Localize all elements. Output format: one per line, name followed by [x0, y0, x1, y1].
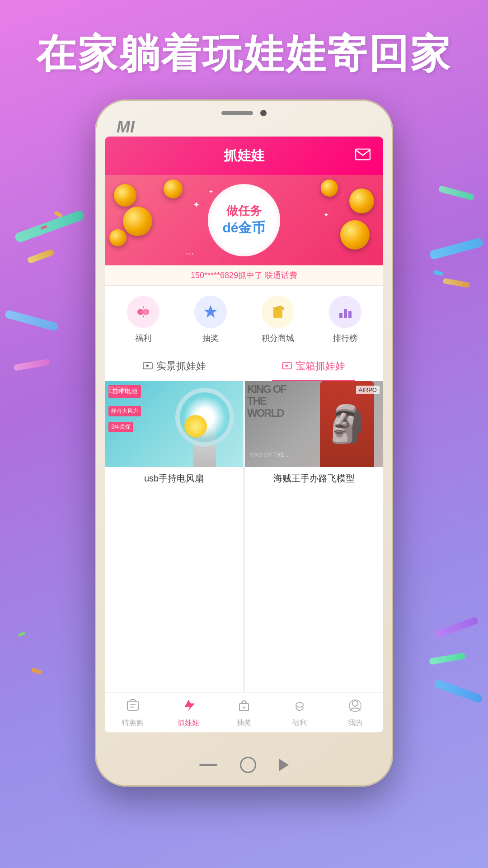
bg-decoration-8	[434, 616, 479, 638]
svg-rect-7	[344, 309, 347, 318]
fan-head	[175, 388, 234, 447]
page-title: 在家躺着玩娃娃寄回家	[0, 27, 488, 81]
phone-btn-home[interactable]	[240, 757, 256, 773]
notification-bar: 150*****6829抓中了 联通话费	[105, 265, 383, 286]
welfare-icon-bg: ♀	[127, 296, 160, 328]
product-image-figure: KING OFTHEWORLD 🗿 AIRPO KING OF THE...	[245, 381, 383, 467]
nav-item-profile[interactable]: 我的	[328, 699, 383, 728]
rank-icon-bg	[329, 296, 361, 328]
phone-bottom-nav	[199, 757, 289, 773]
coin-6	[340, 220, 370, 250]
lottery-label: 抽奖	[202, 333, 219, 344]
phone-btn-menu[interactable]	[199, 764, 217, 766]
figure-text-bottom: KING OF THE...	[249, 452, 288, 458]
phone-screen: 抓娃娃 ✦ ✦ •	[105, 137, 383, 732]
nav-icon-welfare-nav	[293, 699, 306, 716]
bg-decoration-6	[429, 237, 483, 260]
bg-decoration-4	[13, 359, 50, 371]
quick-action-lottery[interactable]: 抽奖	[177, 296, 244, 344]
product-card-figure[interactable]: KING OFTHEWORLD 🗿 AIRPO KING OF THE... 海…	[245, 381, 383, 692]
brand-text: BSK	[108, 385, 127, 395]
banner-text2: dé金币	[222, 219, 265, 237]
quick-action-welfare[interactable]: ♀ 福利	[109, 296, 177, 344]
confetti-1	[54, 211, 63, 218]
quick-action-rank[interactable]: 排行榜	[311, 296, 379, 344]
bg-decoration-1	[14, 209, 85, 243]
product-badge-sub2: 2年质保	[108, 422, 133, 432]
figure-emoji: 🗿	[324, 403, 370, 445]
bg-decoration-9	[429, 652, 465, 665]
real-scene-icon	[143, 361, 153, 372]
svg-rect-6	[339, 313, 343, 318]
coin-2	[123, 207, 152, 236]
quick-action-shop[interactable]: 积分商城	[244, 296, 311, 344]
sparkle-1: ✦	[193, 200, 200, 210]
coin-1	[114, 184, 136, 207]
nav-item-deals[interactable]: 特惠购	[105, 699, 160, 728]
sparkle-4: ✦	[324, 211, 329, 218]
bg-decoration-10	[434, 679, 483, 704]
phone-speaker	[221, 111, 253, 115]
product-label-figure: 海贼王手办路飞模型	[245, 467, 383, 490]
bottom-nav: 特惠购 抓娃娃	[105, 692, 383, 732]
shop-label: 积分商城	[262, 333, 294, 344]
confetti-4	[18, 632, 25, 637]
airport-sign: AIRPO	[356, 386, 380, 394]
lottery-icon-bg	[194, 296, 227, 328]
svg-marker-10	[146, 364, 150, 367]
bg-decoration-3	[5, 310, 59, 331]
product-label-fan: usb手持电风扇	[105, 467, 243, 490]
nav-item-welfare[interactable]: 福利	[272, 699, 328, 728]
svg-point-21	[352, 701, 358, 706]
product-badge-sub1: 静音大风力	[108, 406, 141, 416]
phone-shell: MI 抓娃娃 ✦	[95, 99, 393, 787]
rank-label: 排行榜	[333, 333, 357, 344]
bg-decoration-7	[442, 278, 470, 288]
app-header-title: 抓娃娃	[224, 146, 264, 165]
svg-text:♀: ♀	[141, 310, 145, 315]
banner-circle: 做任务 dé金币	[208, 184, 280, 256]
coin-4	[109, 229, 127, 246]
shop-icon-bg	[262, 296, 294, 328]
banner-text1: 做任务	[226, 203, 262, 219]
svg-rect-8	[348, 311, 352, 318]
notification-text: 150*****6829抓中了 联通话费	[191, 271, 297, 280]
nav-label-welfare: 福利	[292, 718, 307, 728]
confetti-3	[433, 270, 443, 276]
svg-marker-4	[204, 305, 217, 318]
nav-icon-profile	[348, 699, 362, 716]
tab-treasure-box[interactable]: 宝箱抓娃娃	[244, 351, 383, 381]
nav-label-deals: 特惠购	[122, 718, 144, 728]
svg-rect-5	[273, 310, 282, 318]
mail-icon[interactable]	[355, 148, 371, 163]
product-card-fan[interactable]: 自带电池 静音大风力 2年质保 BSK usb手持电风扇	[105, 381, 243, 692]
sparkle-2: ✦	[209, 189, 213, 195]
mi-logo: MI	[117, 118, 135, 137]
nav-label-grab: 抓娃娃	[178, 718, 199, 728]
nav-item-lottery[interactable]: 抽奖	[216, 699, 272, 728]
welfare-label: 福利	[135, 333, 151, 344]
confetti-5	[31, 668, 42, 675]
banner[interactable]: ✦ ✦ • ✦ • • • 做任务 dé金币	[105, 175, 383, 265]
svg-rect-0	[356, 149, 370, 160]
treasure-box-icon	[282, 361, 292, 372]
nav-icon-lottery-nav	[237, 699, 251, 716]
bg-decoration-2	[27, 249, 54, 264]
bg-text: KING OFTHEWORLD	[247, 383, 286, 419]
app-header: 抓娃娃	[105, 137, 383, 175]
svg-marker-12	[286, 364, 289, 367]
nav-icon-grab	[182, 699, 195, 716]
nav-icon-deals	[126, 699, 140, 716]
products-grid: 自带电池 静音大风力 2年质保 BSK usb手持电风扇 KING OFTHEW…	[105, 381, 383, 692]
tab-treasure-box-label: 宝箱抓娃娃	[296, 359, 345, 373]
coin-3	[164, 179, 183, 198]
bg-decoration-5	[438, 185, 475, 201]
nav-item-grab[interactable]: 抓娃娃	[160, 699, 216, 728]
tabs-section: 实景抓娃娃 宝箱抓娃娃	[105, 351, 383, 381]
phone-btn-back[interactable]	[279, 759, 289, 771]
svg-rect-13	[127, 701, 138, 710]
tab-real-scene[interactable]: 实景抓娃娃	[105, 351, 244, 381]
tab-real-scene-label: 实景抓娃娃	[156, 359, 206, 373]
nav-label-profile: 我的	[348, 718, 362, 728]
sparkle-5: • • •	[186, 251, 193, 256]
